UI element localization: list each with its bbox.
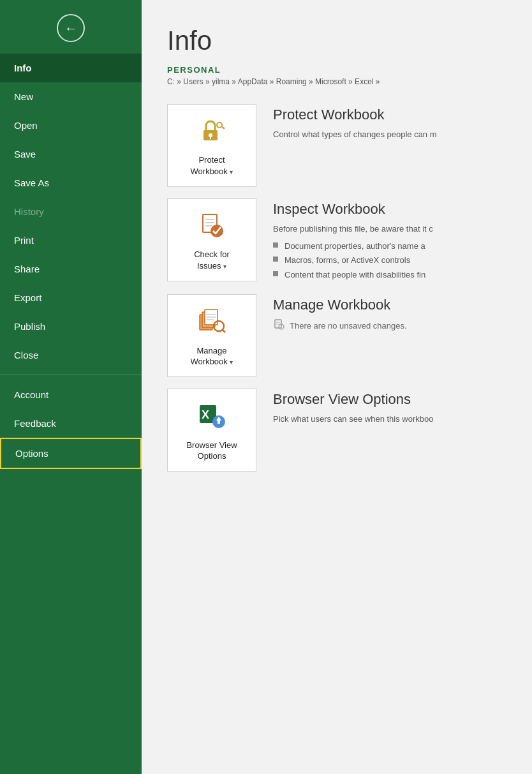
sidebar-divider: [0, 375, 142, 375]
feature-row-manage: Manage Workbook ▾ Manage Workbook There …: [167, 294, 506, 377]
browser-view-desc: Pick what users can see when this workbo…: [273, 413, 506, 426]
browser-view-button[interactable]: X Browser View Options: [167, 389, 256, 472]
sidebar-item-print[interactable]: Print: [0, 226, 142, 255]
manage-dropdown-arrow: ▾: [230, 359, 233, 366]
sidebar-item-save[interactable]: Save: [0, 140, 142, 168]
sidebar-item-publish[interactable]: Publish: [0, 312, 142, 341]
browser-view-label: Browser View Options: [186, 440, 237, 462]
sidebar-item-open[interactable]: Open: [0, 111, 142, 140]
bullet-item-3: Content that people with disabilities fi…: [273, 269, 506, 281]
no-changes-icon: [273, 318, 284, 330]
check-issues-button[interactable]: Check for Issues ▾: [167, 198, 256, 281]
svg-point-5: [217, 123, 222, 128]
back-button-area[interactable]: ←: [0, 0, 142, 54]
sidebar-item-close[interactable]: Close: [0, 341, 142, 369]
browser-icon-svg: X: [197, 401, 226, 429]
manage-small-icon: [273, 318, 284, 332]
main-content: Info PERSONAL C: » Users » yilma » AppDa…: [142, 0, 532, 774]
browser-view-info: Browser View Options Pick what users can…: [273, 389, 506, 426]
inspect-icon-svg: [198, 211, 226, 239]
inspect-workbook-title: Inspect Workbook: [273, 201, 506, 218]
back-button[interactable]: ←: [57, 14, 85, 42]
manage-workbook-title: Manage Workbook: [273, 297, 506, 313]
manage-icon: [197, 307, 226, 339]
lock-icon: [198, 116, 226, 148]
sidebar-item-history: History: [0, 197, 142, 226]
sidebar-item-share[interactable]: Share: [0, 255, 142, 283]
section-label: PERSONAL: [167, 65, 506, 75]
protect-workbook-title: Protect Workbook: [273, 107, 506, 123]
feature-row-check: Check for Issues ▾ Inspect Workbook Befo…: [167, 198, 506, 283]
lock-key-icon: [198, 116, 226, 144]
check-issues-label: Check for Issues ▾: [194, 249, 230, 271]
sidebar-item-info[interactable]: Info: [0, 54, 142, 82]
browser-icon: X: [197, 401, 226, 433]
protect-dropdown-arrow: ▾: [230, 168, 233, 175]
protect-workbook-label: Protect Workbook ▾: [191, 154, 233, 177]
protect-workbook-button[interactable]: Protect Workbook ▾: [167, 104, 256, 187]
sidebar-item-new[interactable]: New: [0, 82, 142, 111]
check-dropdown-arrow: ▾: [223, 263, 226, 270]
sidebar-bottom: Account Feedback Options: [0, 380, 142, 475]
feature-row-protect: Protect Workbook ▾ Protect Workbook Cont…: [167, 104, 506, 187]
sidebar-nav: Info New Open Save Save As History Print…: [0, 54, 142, 774]
breadcrumb: C: » Users » yilma » AppData » Roaming »…: [167, 77, 506, 86]
bullet-square-1: [273, 242, 278, 248]
svg-text:X: X: [202, 408, 209, 421]
sidebar-item-save-as[interactable]: Save As: [0, 168, 142, 197]
svg-point-3: [209, 133, 212, 137]
sidebar: ← Info New Open Save Save As History Pri…: [0, 0, 142, 774]
sidebar-item-feedback[interactable]: Feedback: [0, 409, 142, 438]
protect-workbook-info: Protect Workbook Control what types of c…: [273, 104, 506, 142]
bullet-square-3: [273, 271, 278, 276]
manage-workbook-note: There are no unsaved changes.: [273, 318, 506, 332]
manage-workbook-label: Manage Workbook ▾: [191, 345, 233, 368]
sidebar-item-export[interactable]: Export: [0, 283, 142, 312]
protect-workbook-desc: Control what types of changes people can…: [273, 128, 506, 142]
bullet-item-2: Macros, forms, or ActiveX controls: [273, 254, 506, 267]
svg-line-20: [223, 330, 225, 332]
browser-view-title: Browser View Options: [273, 391, 506, 408]
inspect-bullet-list: Document properties, author's name a Mac…: [273, 240, 506, 281]
manage-workbook-info: Manage Workbook There are no unsaved cha…: [273, 294, 506, 332]
svg-rect-29: [218, 420, 220, 424]
manage-workbook-button[interactable]: Manage Workbook ▾: [167, 294, 256, 377]
manage-icon-svg: [197, 307, 226, 335]
bullet-item-1: Document properties, author's name a: [273, 240, 506, 253]
bullet-square-2: [273, 257, 278, 262]
sidebar-item-options[interactable]: Options: [0, 438, 142, 469]
inspect-workbook-desc: Before publishing this file, be aware th…: [273, 223, 506, 236]
feature-row-browser: X Browser View Options Browser View Opti…: [167, 389, 506, 472]
sidebar-item-account[interactable]: Account: [0, 380, 142, 409]
page-title: Info: [167, 26, 506, 56]
check-issues-info: Inspect Workbook Before publishing this …: [273, 198, 506, 283]
check-doc-icon: [198, 211, 226, 242]
